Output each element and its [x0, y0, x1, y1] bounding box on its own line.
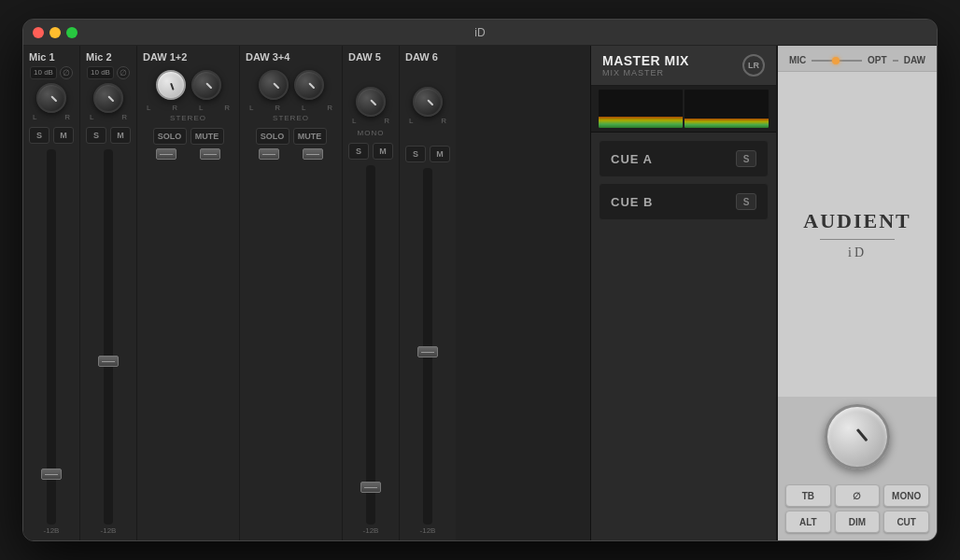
alt-button[interactable]: ALT: [785, 511, 831, 533]
cue-a-row: CUE A S: [599, 140, 769, 177]
cue-section: CUE A S CUE B S: [591, 133, 776, 540]
close-button[interactable]: [33, 27, 44, 38]
daw34-handle-l[interactable]: [259, 148, 279, 160]
daw6-fader-handle[interactable]: [417, 346, 438, 357]
mic1-fader-handle[interactable]: [41, 469, 62, 480]
daw12-knob-r[interactable]: [191, 70, 221, 100]
mic1-sm-row: S M: [29, 127, 74, 144]
phase-button[interactable]: ∅: [835, 484, 881, 507]
daw34-knob-l[interactable]: [259, 70, 289, 100]
daw6-fader-track[interactable]: [423, 168, 432, 525]
daw12-mode: STEREO: [143, 114, 233, 122]
cue-b-label: CUE B: [611, 195, 653, 209]
channel-daw34: DAW 3+4 LRLR STEREO SOLO MUTE: [240, 46, 343, 540]
mic1-phase[interactable]: ∅: [60, 66, 73, 79]
daw34-handle-r[interactable]: [303, 148, 323, 160]
app-window: iD Mic 1 10 dB ∅ LR S: [22, 19, 938, 541]
daw6-sm-row: S M: [405, 146, 450, 162]
mic1-fader-track[interactable]: [47, 149, 56, 525]
tb-button[interactable]: TB: [785, 484, 831, 507]
daw34-mode: STEREO: [246, 114, 336, 122]
daw34-solo-btn[interactable]: SOLO: [256, 128, 289, 145]
mic1-solo-btn[interactable]: S: [29, 127, 49, 144]
brand-sub: iD: [848, 245, 867, 260]
dim-button[interactable]: DIM: [835, 511, 881, 533]
window-title: iD: [474, 26, 485, 39]
lr-badge: LR: [742, 54, 765, 77]
daw12-solo-btn[interactable]: SOLO: [153, 128, 187, 145]
mixer-area: Mic 1 10 dB ∅ LR S M: [23, 46, 591, 540]
mic2-fader-wrapper: -12B: [86, 147, 131, 537]
daw12-label: DAW 1+2: [143, 51, 187, 63]
cue-b-row: CUE B S: [599, 183, 769, 220]
daw6-bottom-label: -12B: [420, 526, 436, 535]
title-bar: iD: [23, 20, 937, 46]
daw6-lr: LR: [405, 117, 450, 125]
daw12-knob-l[interactable]: [156, 70, 186, 100]
daw34-mute-btn[interactable]: MUTE: [293, 128, 327, 145]
audient-panel: MIC OPT DAW AUDIENT iD: [778, 46, 937, 540]
daw5-fader-track[interactable]: [366, 165, 375, 525]
mic2-lr: LR: [86, 113, 131, 121]
source-daw-label: DAW: [904, 55, 925, 65]
daw5-mode: MONO: [358, 129, 385, 137]
mic1-db: 10 dB: [30, 66, 57, 79]
channel-daw5: DAW 5 LR MONO S M -12B: [343, 46, 400, 540]
daw5-fader-wrapper: -12B: [348, 163, 393, 537]
brand-divider: [820, 239, 895, 240]
master-mix-panel: MASTER MIX MIX MASTER LR CUE A S: [591, 46, 778, 540]
daw5-label: DAW 5: [348, 51, 381, 63]
audient-brand-area: AUDIENT iD: [778, 72, 937, 397]
daw6-label: DAW 6: [405, 51, 438, 63]
daw5-fader-handle[interactable]: [360, 482, 381, 493]
source-dot: [832, 57, 840, 64]
channel-daw12: DAW 1+2 LRLR STEREO SOLO MUTE: [137, 46, 240, 540]
daw5-knob[interactable]: [356, 87, 386, 117]
source-track: [812, 60, 862, 62]
cue-a-s-button[interactable]: S: [736, 150, 756, 167]
cue-a-label: CUE A: [611, 152, 653, 166]
daw34-label: DAW 3+4: [246, 51, 289, 63]
mic1-fader-wrapper: -12B: [29, 147, 74, 537]
mic2-bottom-label: -12B: [101, 526, 117, 535]
meter-fill-r: [685, 119, 769, 128]
bottom-buttons: TB ∅ MONO ALT DIM CUT: [778, 477, 937, 540]
mic2-db: 10 dB: [87, 66, 114, 79]
cue-b-s-button[interactable]: S: [736, 193, 756, 210]
master-mix-header: MASTER MIX MIX MASTER LR: [591, 46, 776, 86]
daw12-mute-btn[interactable]: MUTE: [191, 128, 224, 145]
daw6-knob[interactable]: [413, 87, 443, 117]
daw5-solo-btn[interactable]: S: [348, 143, 369, 160]
daw6-mute-btn[interactable]: M: [430, 146, 450, 162]
cut-button[interactable]: CUT: [883, 511, 929, 533]
mic2-fader-handle[interactable]: [98, 356, 119, 367]
daw34-knob-r[interactable]: [294, 70, 324, 100]
master-vol-area: [778, 397, 937, 477]
mic1-knob[interactable]: [36, 83, 66, 113]
mic2-fader-track[interactable]: [104, 149, 113, 525]
channel-mic1: Mic 1 10 dB ∅ LR S M: [23, 46, 80, 540]
minimize-button[interactable]: [49, 27, 61, 38]
mic2-solo-btn[interactable]: S: [86, 127, 106, 144]
maximize-button[interactable]: [66, 27, 78, 38]
daw6-solo-btn[interactable]: S: [405, 146, 426, 162]
mono-button[interactable]: MONO: [883, 484, 929, 507]
mic1-label: Mic 1: [29, 51, 55, 63]
main-content: Mic 1 10 dB ∅ LR S M: [23, 46, 937, 540]
source-selector: MIC OPT DAW: [778, 46, 937, 72]
mic2-phase[interactable]: ∅: [117, 66, 130, 79]
master-mix-title: MASTER MIX: [602, 53, 689, 68]
daw5-mute-btn[interactable]: M: [373, 143, 393, 160]
mic2-mute-btn[interactable]: M: [110, 127, 131, 144]
mic1-mute-btn[interactable]: M: [53, 127, 74, 144]
daw12-handle-r[interactable]: [200, 148, 220, 160]
mic2-knob[interactable]: [93, 83, 123, 113]
daw6-fader-wrapper: -12B: [405, 166, 450, 537]
daw5-bottom-label: -12B: [363, 526, 379, 535]
daw12-handle-l[interactable]: [156, 148, 176, 160]
mic2-label: Mic 2: [86, 51, 112, 63]
channel-daw6: DAW 6 LR S M -12B: [400, 46, 456, 540]
master-mix-subtitle: MIX MASTER: [602, 68, 689, 77]
traffic-lights: [33, 27, 78, 38]
master-volume-knob[interactable]: [825, 404, 890, 469]
